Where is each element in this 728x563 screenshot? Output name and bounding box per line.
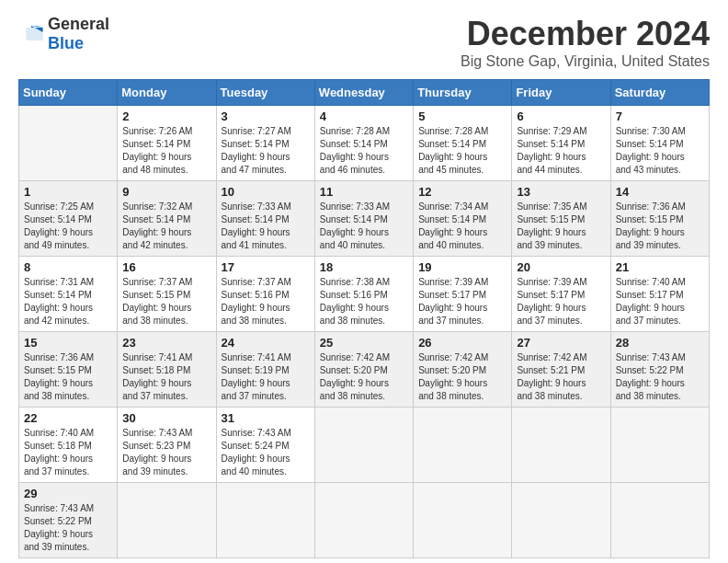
- day-info: Sunrise: 7:41 AMSunset: 5:18 PMDaylight:…: [122, 351, 210, 403]
- calendar-cell: 5Sunrise: 7:28 AMSunset: 5:14 PMDaylight…: [414, 106, 512, 181]
- day-number: 19: [418, 260, 506, 274]
- calendar-cell: 24Sunrise: 7:41 AMSunset: 5:19 PMDayligh…: [216, 332, 314, 408]
- day-info: Sunrise: 7:40 AMSunset: 5:17 PMDaylight:…: [616, 276, 704, 327]
- calendar-cell: 22Sunrise: 7:40 AMSunset: 5:18 PMDayligh…: [19, 408, 118, 483]
- calendar-row: 1Sunrise: 7:25 AMSunset: 5:14 PMDaylight…: [19, 181, 710, 257]
- calendar-cell: [414, 483, 512, 558]
- day-info: Sunrise: 7:43 AMSunset: 5:22 PMDaylight:…: [24, 502, 112, 554]
- calendar-cell: [19, 106, 118, 181]
- day-info: Sunrise: 7:43 AMSunset: 5:23 PMDaylight:…: [122, 427, 210, 478]
- calendar-cell: 14Sunrise: 7:36 AMSunset: 5:15 PMDayligh…: [610, 181, 709, 257]
- day-info: Sunrise: 7:28 AMSunset: 5:14 PMDaylight:…: [418, 125, 506, 177]
- day-number: 18: [320, 260, 408, 274]
- calendar-cell: 25Sunrise: 7:42 AMSunset: 5:20 PMDayligh…: [314, 332, 413, 408]
- calendar-row: 2Sunrise: 7:26 AMSunset: 5:14 PMDaylight…: [19, 106, 710, 181]
- day-info: Sunrise: 7:33 AMSunset: 5:14 PMDaylight:…: [222, 201, 310, 252]
- day-number: 7: [616, 109, 704, 123]
- calendar-cell: 2Sunrise: 7:26 AMSunset: 5:14 PMDaylight…: [118, 106, 216, 181]
- day-info: Sunrise: 7:36 AMSunset: 5:15 PMDaylight:…: [616, 201, 704, 252]
- day-number: 9: [122, 185, 210, 199]
- calendar-cell: 1Sunrise: 7:25 AMSunset: 5:14 PMDaylight…: [19, 181, 118, 257]
- calendar-cell: [512, 408, 610, 483]
- day-info: Sunrise: 7:34 AMSunset: 5:14 PMDaylight:…: [418, 201, 506, 252]
- calendar-cell: 9Sunrise: 7:32 AMSunset: 5:14 PMDaylight…: [118, 181, 216, 257]
- calendar-row: 8Sunrise: 7:31 AMSunset: 5:14 PMDaylight…: [19, 257, 710, 332]
- calendar-cell: 12Sunrise: 7:34 AMSunset: 5:14 PMDayligh…: [414, 181, 512, 257]
- col-header-tuesday: Tuesday: [216, 80, 314, 106]
- calendar-cell: 21Sunrise: 7:40 AMSunset: 5:17 PMDayligh…: [610, 257, 709, 332]
- day-info: Sunrise: 7:42 AMSunset: 5:20 PMDaylight:…: [320, 351, 408, 403]
- calendar-cell: 4Sunrise: 7:28 AMSunset: 5:14 PMDaylight…: [314, 106, 413, 181]
- calendar-cell: 15Sunrise: 7:36 AMSunset: 5:15 PMDayligh…: [19, 332, 118, 408]
- day-info: Sunrise: 7:37 AMSunset: 5:16 PMDaylight:…: [222, 276, 310, 327]
- calendar-cell: [610, 408, 709, 483]
- calendar-cell: 10Sunrise: 7:33 AMSunset: 5:14 PMDayligh…: [216, 181, 314, 257]
- calendar-cell: 11Sunrise: 7:33 AMSunset: 5:14 PMDayligh…: [314, 181, 413, 257]
- day-number: 10: [222, 185, 310, 199]
- day-info: Sunrise: 7:42 AMSunset: 5:21 PMDaylight:…: [517, 351, 605, 403]
- day-number: 2: [122, 109, 210, 123]
- day-number: 26: [418, 336, 506, 350]
- calendar-cell: [314, 483, 413, 558]
- day-number: 20: [517, 260, 605, 274]
- day-number: 23: [122, 336, 210, 350]
- calendar-cell: 16Sunrise: 7:37 AMSunset: 5:15 PMDayligh…: [118, 257, 216, 332]
- col-header-friday: Friday: [512, 80, 610, 106]
- day-info: Sunrise: 7:41 AMSunset: 5:19 PMDaylight:…: [222, 351, 310, 403]
- day-number: 24: [222, 336, 310, 350]
- calendar-cell: 18Sunrise: 7:38 AMSunset: 5:16 PMDayligh…: [314, 257, 413, 332]
- day-number: 30: [122, 411, 210, 425]
- calendar-cell: [118, 483, 216, 558]
- calendar-table: SundayMondayTuesdayWednesdayThursdayFrid…: [18, 79, 710, 558]
- calendar-cell: 8Sunrise: 7:31 AMSunset: 5:14 PMDaylight…: [19, 257, 118, 332]
- calendar-cell: 27Sunrise: 7:42 AMSunset: 5:21 PMDayligh…: [512, 332, 610, 408]
- day-info: Sunrise: 7:27 AMSunset: 5:14 PMDaylight:…: [222, 125, 310, 177]
- logo-text: General Blue: [48, 15, 109, 53]
- generalblue-logo-icon: [18, 24, 44, 44]
- calendar-cell: [512, 483, 610, 558]
- calendar-cell: 3Sunrise: 7:27 AMSunset: 5:14 PMDaylight…: [216, 106, 314, 181]
- day-info: Sunrise: 7:43 AMSunset: 5:22 PMDaylight:…: [616, 351, 704, 403]
- day-number: 1: [24, 185, 112, 199]
- day-number: 25: [320, 336, 408, 350]
- day-number: 8: [24, 260, 112, 274]
- title-area: December 2024 Big Stone Gap, Virginia, U…: [461, 15, 710, 70]
- calendar-cell: [414, 408, 512, 483]
- calendar-cell: [314, 408, 413, 483]
- day-number: 16: [122, 260, 210, 274]
- col-header-wednesday: Wednesday: [314, 80, 413, 106]
- calendar-cell: 13Sunrise: 7:35 AMSunset: 5:15 PMDayligh…: [512, 181, 610, 257]
- calendar-cell: 31Sunrise: 7:43 AMSunset: 5:24 PMDayligh…: [216, 408, 314, 483]
- day-info: Sunrise: 7:32 AMSunset: 5:14 PMDaylight:…: [122, 201, 210, 252]
- day-info: Sunrise: 7:43 AMSunset: 5:24 PMDaylight:…: [222, 427, 310, 478]
- day-info: Sunrise: 7:36 AMSunset: 5:15 PMDaylight:…: [24, 351, 112, 403]
- page-header: General Blue December 2024 Big Stone Gap…: [18, 15, 710, 70]
- day-number: 14: [616, 185, 704, 199]
- day-number: 6: [517, 109, 605, 123]
- calendar-cell: 28Sunrise: 7:43 AMSunset: 5:22 PMDayligh…: [610, 332, 709, 408]
- day-number: 27: [517, 336, 605, 350]
- calendar-cell: [216, 483, 314, 558]
- day-info: Sunrise: 7:30 AMSunset: 5:14 PMDaylight:…: [616, 125, 704, 177]
- month-title: December 2024: [461, 15, 710, 53]
- day-info: Sunrise: 7:37 AMSunset: 5:15 PMDaylight:…: [122, 276, 210, 327]
- day-info: Sunrise: 7:29 AMSunset: 5:14 PMDaylight:…: [517, 125, 605, 177]
- calendar-cell: 17Sunrise: 7:37 AMSunset: 5:16 PMDayligh…: [216, 257, 314, 332]
- col-header-saturday: Saturday: [610, 80, 709, 106]
- day-info: Sunrise: 7:33 AMSunset: 5:14 PMDaylight:…: [320, 201, 408, 252]
- day-number: 17: [222, 260, 310, 274]
- day-number: 28: [616, 336, 704, 350]
- calendar-cell: 6Sunrise: 7:29 AMSunset: 5:14 PMDaylight…: [512, 106, 610, 181]
- day-number: 3: [222, 109, 310, 123]
- col-header-monday: Monday: [118, 80, 216, 106]
- day-number: 29: [24, 487, 112, 500]
- calendar-cell: 23Sunrise: 7:41 AMSunset: 5:18 PMDayligh…: [118, 332, 216, 408]
- day-info: Sunrise: 7:28 AMSunset: 5:14 PMDaylight:…: [320, 125, 408, 177]
- col-header-sunday: Sunday: [19, 80, 118, 106]
- day-number: 11: [320, 185, 408, 199]
- calendar-cell: 30Sunrise: 7:43 AMSunset: 5:23 PMDayligh…: [118, 408, 216, 483]
- col-header-thursday: Thursday: [414, 80, 512, 106]
- day-number: 13: [517, 185, 605, 199]
- calendar-cell: 7Sunrise: 7:30 AMSunset: 5:14 PMDaylight…: [610, 106, 709, 181]
- day-number: 15: [24, 336, 112, 350]
